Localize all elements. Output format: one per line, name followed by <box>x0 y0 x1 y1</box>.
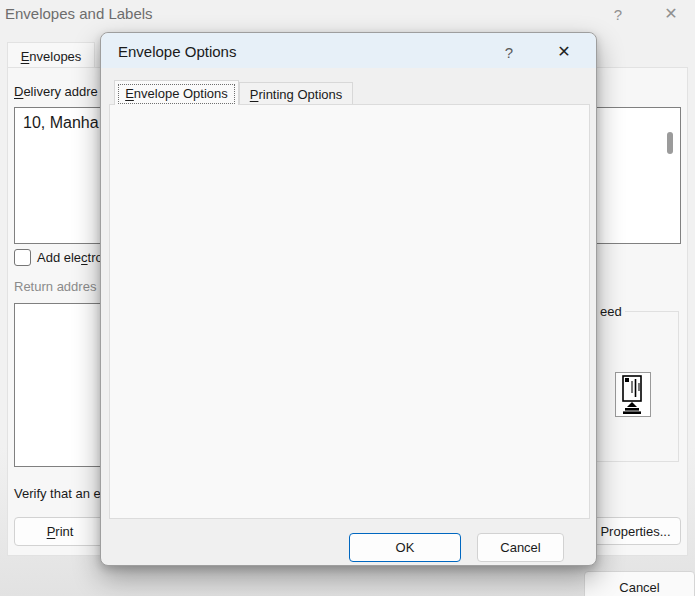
delivery-address-label: Delivery addre <box>14 84 98 99</box>
feed-direction-icon <box>618 375 648 415</box>
add-electronic-postage-label: Add electro <box>37 250 103 265</box>
tab-printing-options[interactable]: Printing Options <box>239 82 353 105</box>
tab-envelopes[interactable]: Envelopes <box>7 42 95 69</box>
help-icon: ? <box>614 6 622 23</box>
feed-group-label: eed <box>597 304 625 319</box>
dialog-cancel-button[interactable]: Cancel <box>477 533 564 562</box>
return-address-label: Return addres <box>14 279 96 294</box>
ok-button[interactable]: OK <box>349 533 461 562</box>
dialog-help-button[interactable]: ? <box>499 42 519 62</box>
dialog-close-button[interactable]: ✕ <box>554 41 574 61</box>
envelopes-and-labels-window: Envelopes and Labels ? ✕ Envelopes Deliv… <box>0 0 695 596</box>
verify-text: Verify that an e <box>14 486 101 501</box>
properties-button[interactable]: Properties... <box>590 517 681 545</box>
add-electronic-postage-checkbox[interactable] <box>14 249 31 266</box>
dialog-title: Envelope Options <box>118 43 236 60</box>
tab-envelope-options[interactable]: Envelope Options <box>114 80 239 105</box>
window-help-button[interactable]: ? <box>608 4 628 24</box>
window-cancel-button[interactable]: Cancel <box>584 571 695 596</box>
feed-button[interactable] <box>615 372 651 417</box>
envelope-options-dialog: Envelope Options ? ✕ Envelope Options Pr… <box>100 32 597 566</box>
scrollbar-thumb[interactable] <box>667 132 673 154</box>
delivery-address-text: 10, Manha <box>23 114 99 132</box>
print-button[interactable]: Print <box>14 517 106 546</box>
window-title: Envelopes and Labels <box>5 5 153 22</box>
close-icon: ✕ <box>557 42 570 61</box>
close-icon: ✕ <box>664 4 677 23</box>
window-close-button[interactable]: ✕ <box>661 3 681 23</box>
envelope-options-panel <box>109 104 590 519</box>
help-icon: ? <box>505 44 513 61</box>
